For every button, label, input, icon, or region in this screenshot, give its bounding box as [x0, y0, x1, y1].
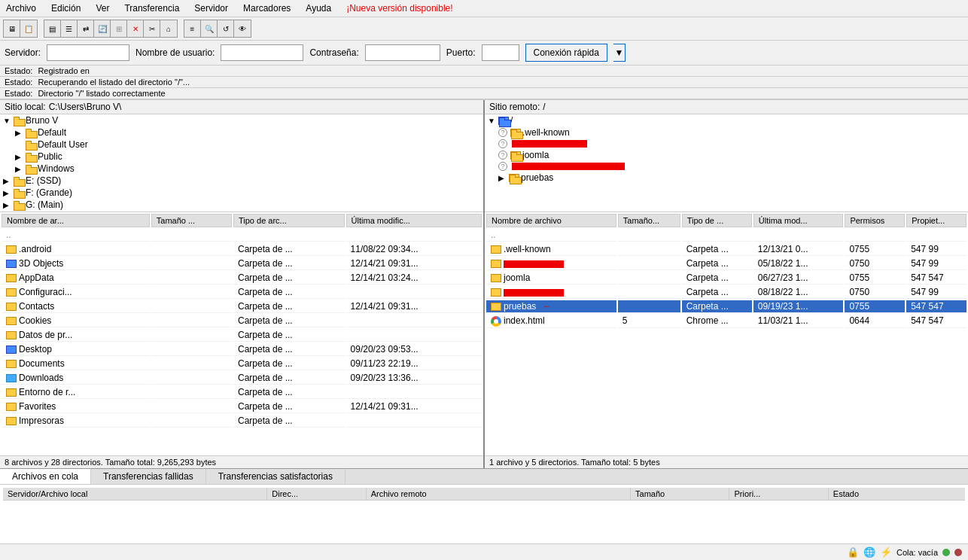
- left-file-row[interactable]: Favorites Carpeta de ... 12/14/21 09:31.…: [2, 400, 482, 413]
- file-size: [151, 229, 232, 242]
- tree-item-root[interactable]: ▼ /: [485, 114, 968, 126]
- folder-icon: [498, 117, 509, 125]
- file-name: index.html: [486, 315, 616, 328]
- menu-servidor[interactable]: Servidor: [191, 2, 231, 15]
- toolbar-btn-7[interactable]: ⊞: [111, 20, 127, 37]
- tree-item-redacted1[interactable]: ?: [485, 138, 968, 149]
- tree-item-gmain[interactable]: ▶ G: (Main): [0, 199, 483, 211]
- menu-archivo[interactable]: Archivo: [3, 2, 39, 15]
- tree-item-pruebas[interactable]: ▶ pruebas: [485, 172, 968, 184]
- tab-transferencias-satisfactorias[interactable]: Transferencias satisfactorias: [206, 469, 345, 484]
- col-modified[interactable]: Última mod...: [753, 214, 844, 227]
- toolbar-btn-8[interactable]: ✂: [144, 20, 160, 37]
- right-file-row[interactable]: Carpeta ... 05/18/22 1... 0750 547 99: [486, 257, 966, 270]
- menu-transferencia[interactable]: Transferencia: [121, 2, 182, 15]
- tree-item-fgrande[interactable]: ▶ F: (Grande): [0, 187, 483, 199]
- file-type: Carpeta de ...: [233, 400, 345, 413]
- tree-item-windows[interactable]: ▶ Windows: [0, 163, 483, 175]
- menu-ver[interactable]: Ver: [93, 2, 112, 15]
- toolbar-btn-1[interactable]: 🖥: [4, 20, 20, 37]
- toolbar-btn-cancel[interactable]: ✕: [127, 20, 144, 37]
- toolbar-btn-6[interactable]: 🔄: [94, 20, 111, 37]
- toolbar-btn-2[interactable]: 📋: [20, 20, 37, 37]
- left-file-row[interactable]: Entorno de r... Carpeta de ...: [2, 386, 482, 399]
- left-panel-files[interactable]: Nombre de ar... Tamaño ... Tipo de arc..…: [0, 212, 483, 455]
- toolbar-btn-search[interactable]: 🔍: [201, 20, 218, 37]
- left-file-row[interactable]: Contacts Carpeta de ... 12/14/21 09:31..…: [2, 300, 482, 313]
- tree-item-joomla[interactable]: ? joomla: [485, 149, 968, 161]
- toolbar-btn-10[interactable]: ≡: [184, 20, 201, 37]
- tree-item-essd[interactable]: ▶ E: (SSD): [0, 175, 483, 187]
- expander-icon: ▶: [3, 177, 12, 185]
- file-name: [486, 257, 616, 270]
- queue-col-estado: Estado: [829, 488, 965, 500]
- col-type[interactable]: Tipo de ...: [682, 214, 752, 227]
- toolbar-btn-12[interactable]: 👁: [234, 20, 251, 37]
- left-panel-tree[interactable]: ▼ Bruno V ▶ Default Default User ▶: [0, 114, 483, 212]
- left-file-row[interactable]: Documents Carpeta de ... 09/11/23 22:19.…: [2, 358, 482, 370]
- right-file-row[interactable]: .well-known Carpeta ... 12/13/21 0... 07…: [486, 243, 966, 256]
- tree-item-default[interactable]: ▶ Default: [0, 126, 483, 138]
- tree-item-bruno[interactable]: ▼ Bruno V: [0, 114, 483, 126]
- left-file-row[interactable]: Desktop Carpeta de ... 09/20/23 09:53...: [2, 343, 482, 356]
- menu-ayuda[interactable]: Ayuda: [303, 2, 334, 15]
- left-file-row[interactable]: 3D Objects Carpeta de ... 12/14/21 09:31…: [2, 257, 482, 270]
- file-name: Datos de pr...: [2, 329, 150, 342]
- file-perms: 0750: [845, 257, 905, 270]
- col-perms[interactable]: Permisos: [845, 214, 905, 227]
- right-panel: Sitio remoto: / ▼ / ? .well-known ?: [485, 100, 968, 468]
- menu-edicion[interactable]: Edición: [48, 2, 84, 15]
- right-panel-tree[interactable]: ▼ / ? .well-known ? ? joomla: [485, 114, 968, 212]
- folder-icon: [509, 174, 519, 182]
- file-size: [151, 343, 232, 356]
- usuario-input[interactable]: [221, 44, 303, 61]
- left-file-row[interactable]: ..: [2, 229, 482, 242]
- estado-label-3: Estado:: [5, 89, 32, 98]
- right-panel-files[interactable]: Nombre de archivo Tamaño... Tipo de ... …: [485, 212, 968, 455]
- tree-item-defaultuser[interactable]: Default User: [0, 138, 483, 151]
- right-file-row[interactable]: joomla Carpeta ... 06/27/23 1... 0755 54…: [486, 272, 966, 285]
- toolbar-btn-9[interactable]: ⌂: [160, 20, 177, 37]
- col-type[interactable]: Tipo de arc...: [233, 214, 345, 227]
- left-file-row[interactable]: .android Carpeta de ... 11/08/22 09:34..…: [2, 243, 482, 256]
- pass-input[interactable]: [365, 44, 440, 61]
- toolbar-btn-3[interactable]: ▤: [44, 20, 61, 37]
- status-dot-green: [942, 549, 950, 556]
- left-file-row[interactable]: Configuraci... Carpeta de ...: [2, 286, 482, 299]
- col-name[interactable]: Nombre de ar...: [2, 214, 150, 227]
- tree-label: Bruno V: [26, 115, 58, 126]
- folder-icon: [14, 177, 24, 185]
- right-file-row[interactable]: pruebas← Carpeta ... 09/19/23 1... 0755 …: [486, 300, 966, 313]
- left-file-row[interactable]: Datos de pr... Carpeta de ...: [2, 329, 482, 342]
- left-file-row[interactable]: AppData Carpeta de ... 12/14/21 03:24...: [2, 272, 482, 285]
- tree-item-redacted2[interactable]: ?: [485, 161, 968, 172]
- toolbar-btn-11[interactable]: ↺: [218, 20, 234, 37]
- toolbar-btn-4[interactable]: ☰: [61, 20, 78, 37]
- col-filename[interactable]: Nombre de archivo: [486, 214, 616, 227]
- col-modified[interactable]: Última modific...: [346, 214, 482, 227]
- folder-icon: [26, 141, 36, 149]
- left-file-row[interactable]: Downloads Carpeta de ... 09/20/23 13:36.…: [2, 372, 482, 385]
- left-file-row[interactable]: Cookies Carpeta de ...: [2, 315, 482, 327]
- menu-new-version[interactable]: ¡Nueva versión disponible!: [343, 2, 455, 15]
- connect-button[interactable]: Conexión rápida: [525, 44, 607, 62]
- right-file-row[interactable]: Carpeta ... 08/18/22 1... 0750 547 99: [486, 286, 966, 299]
- col-owner[interactable]: Propiet...: [906, 214, 966, 227]
- left-file-row[interactable]: Impresoras Carpeta de ...: [2, 415, 482, 428]
- col-size[interactable]: Tamaño...: [618, 214, 680, 227]
- puerto-input[interactable]: [482, 44, 519, 61]
- tree-item-public[interactable]: ▶ Public: [0, 151, 483, 163]
- tab-archivos-en-cola[interactable]: Archivos en cola: [0, 469, 91, 484]
- servidor-input[interactable]: [47, 44, 129, 61]
- col-size[interactable]: Tamaño ...: [151, 214, 232, 227]
- toolbar-btn-5[interactable]: ⇄: [78, 20, 94, 37]
- file-size: [618, 257, 680, 270]
- tree-item-wellknown[interactable]: ? .well-known: [485, 126, 968, 138]
- menu-marcadores[interactable]: Marcadores: [240, 2, 294, 15]
- right-file-row[interactable]: index.html 5 Chrome ... 11/03/21 1... 06…: [486, 315, 966, 328]
- tab-transferencias-fallidas[interactable]: Transferencias fallidas: [91, 469, 206, 484]
- file-perms: 0750: [845, 286, 905, 299]
- right-panel-path: /: [543, 102, 545, 112]
- connect-dropdown[interactable]: ▼: [613, 44, 626, 62]
- right-file-row[interactable]: ..: [486, 229, 966, 242]
